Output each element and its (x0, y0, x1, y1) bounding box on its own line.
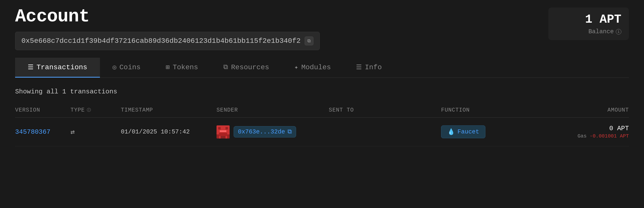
address-text: 0x5e668c7dcc1d1f39b4df37216cab89d36db240… (21, 37, 301, 45)
th-sender: SENDER (217, 107, 324, 113)
gas-amount: -0.001001 APT (590, 133, 629, 139)
showing-text: Showing all 1 transactions (15, 88, 629, 95)
modules-icon: ✦ (294, 63, 298, 71)
td-sender: 0x763e...32de ⧉ (217, 125, 324, 138)
tab-transactions-label: Transactions (37, 63, 87, 71)
th-function: FUNCTION (441, 107, 548, 113)
address-bar: 0x5e668c7dcc1d1f39b4df37216cab89d36db240… (15, 32, 320, 50)
svg-rect-5 (217, 134, 219, 138)
header-row: Account 0x5e668c7dcc1d1f39b4df37216cab89… (15, 8, 629, 50)
td-version: 345780367 (15, 128, 65, 136)
th-sent-to: SENT TO (329, 107, 436, 113)
gas-label: Gas (578, 133, 590, 139)
tab-transactions[interactable]: ☰ Transactions (15, 58, 100, 78)
th-timestamp: TIMESTAMP (121, 107, 211, 113)
title-section: Account 0x5e668c7dcc1d1f39b4df37216cab89… (15, 8, 548, 50)
tabs-row: ☰ Transactions ◎ Coins ⊞ Tokens ⧉ Resour… (15, 58, 629, 78)
tab-info[interactable]: ☰ Info (343, 58, 394, 78)
svg-rect-4 (219, 133, 227, 136)
balance-amount: 1 APT (556, 13, 621, 26)
transactions-table: VERSION TYPE ⓘ TIMESTAMP SENDER SENT TO … (15, 103, 629, 146)
tab-resources[interactable]: ⧉ Resources (211, 58, 282, 78)
th-amount: AMOUNT (553, 107, 629, 113)
table-row: 345780367 ⇄ 01/01/2025 10:57:42 (15, 118, 629, 146)
type-info-icon[interactable]: ⓘ (87, 108, 91, 113)
tokens-icon: ⊞ (166, 63, 170, 71)
tab-coins[interactable]: ◎ Coins (100, 58, 153, 78)
tab-info-label: Info (365, 63, 382, 71)
function-badge[interactable]: 💧 Faucet (441, 125, 485, 138)
amount-main: 0 APT (553, 125, 629, 132)
td-amount: 0 APT Gas -0.001001 APT (553, 125, 629, 139)
function-label: Faucet (457, 128, 479, 135)
table-header: VERSION TYPE ⓘ TIMESTAMP SENDER SENT TO … (15, 103, 629, 118)
tab-modules-label: Modules (301, 63, 331, 71)
tab-modules[interactable]: ✦ Modules (282, 58, 343, 78)
sender-avatar (217, 125, 230, 138)
sender-address-text: 0x763e...32de (238, 128, 285, 135)
svg-rect-2 (226, 127, 228, 129)
balance-section: 1 APT Balance i (548, 8, 629, 40)
tab-coins-label: Coins (119, 63, 140, 71)
transactions-icon: ☰ (28, 63, 33, 71)
balance-label: Balance i (556, 28, 621, 35)
page-title: Account (15, 8, 548, 26)
svg-rect-7 (221, 136, 226, 138)
copy-address-button[interactable]: ⧉ (305, 37, 313, 45)
faucet-icon: 💧 (447, 128, 455, 135)
svg-rect-3 (220, 130, 226, 132)
svg-rect-1 (218, 127, 221, 129)
tab-tokens-label: Tokens (173, 63, 198, 71)
info-icon: ☰ (356, 63, 362, 71)
tab-resources-label: Resources (231, 63, 269, 71)
tab-tokens[interactable]: ⊞ Tokens (153, 58, 210, 78)
sender-address-badge[interactable]: 0x763e...32de ⧉ (234, 126, 296, 137)
td-type: ⇄ (70, 128, 116, 136)
sender-copy-icon[interactable]: ⧉ (288, 128, 292, 135)
svg-rect-6 (227, 134, 230, 138)
td-timestamp: 01/01/2025 10:57:42 (121, 128, 211, 135)
type-transfer-icon: ⇄ (70, 128, 75, 136)
resources-icon: ⧉ (223, 63, 228, 71)
td-function: 💧 Faucet (441, 125, 548, 138)
amount-gas: Gas -0.001001 APT (553, 133, 629, 139)
version-link[interactable]: 345780367 (15, 128, 50, 136)
th-version: VERSION (15, 107, 65, 113)
page-wrapper: Account 0x5e668c7dcc1d1f39b4df37216cab89… (0, 0, 644, 154)
coins-icon: ◎ (113, 63, 117, 71)
copy-icon: ⧉ (307, 38, 311, 43)
th-type: TYPE ⓘ (70, 107, 116, 113)
balance-info-icon[interactable]: i (616, 29, 621, 34)
